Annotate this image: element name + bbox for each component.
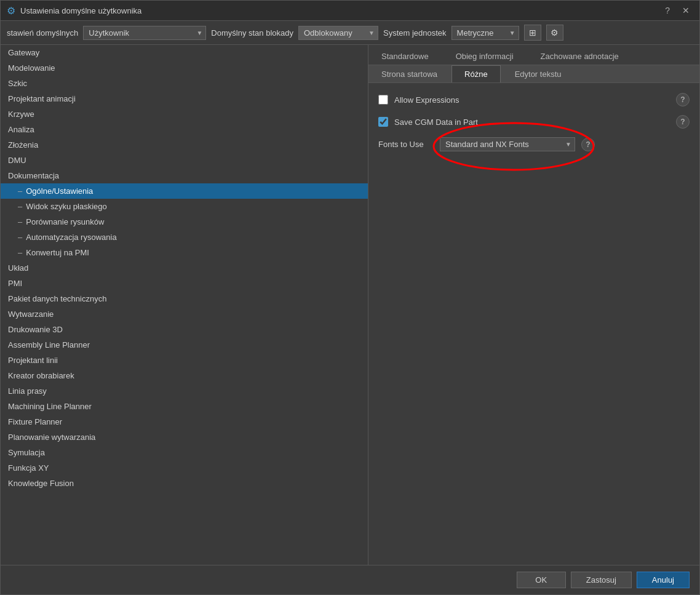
left-panel: GatewayModelowanieSzkicProjektant animac… <box>1 45 368 565</box>
tab-edytor[interactable]: Edytor tekstu <box>502 65 575 82</box>
cancel-button[interactable]: Anuluj <box>637 572 690 588</box>
tree-item[interactable]: Szkic <box>1 76 368 91</box>
tab-strona[interactable]: Strona startowa <box>368 65 450 82</box>
lock-label: Domyślny stan blokady <box>211 28 293 38</box>
tree-item[interactable]: Symulacja <box>1 445 368 460</box>
fonts-label: Fonts to Use <box>378 140 434 149</box>
toolbar-row: stawień domyślnych Użytkownik Systemowe … <box>1 21 699 45</box>
tab-zachowane[interactable]: Zachowane adnotacje <box>528 47 632 65</box>
help-title-btn[interactable]: ? <box>661 4 674 17</box>
tree-item[interactable]: Funkcja XY <box>1 460 368 476</box>
tree-item[interactable]: Machining Line Planner <box>1 399 368 414</box>
units-select[interactable]: Metryczne Calowe <box>451 26 519 40</box>
tree-item[interactable]: Automatyzacja rysowania <box>1 230 368 245</box>
gear-icon-btn[interactable]: ⚙ <box>546 25 563 41</box>
allow-expressions-help[interactable]: ? <box>676 93 690 106</box>
dialog-title: Ustawienia domyślne użytkownika <box>20 6 141 15</box>
tree-item[interactable]: Linia prasy <box>1 383 368 399</box>
tree-item[interactable]: PMI <box>1 276 368 291</box>
defaults-select-wrapper: Użytkownik Systemowe Fabryczne <box>83 26 206 40</box>
tree-item[interactable]: Gateway <box>1 45 368 60</box>
tree-item[interactable]: Pakiet danych technicznych <box>1 291 368 306</box>
lock-select-wrapper: Odblokowany Zablokowany <box>298 26 378 40</box>
tab-obieg[interactable]: Obieg informacji <box>443 47 527 65</box>
tree-item[interactable]: Knowledge Fusion <box>1 476 368 491</box>
tree-item[interactable]: Projektant linii <box>1 353 368 368</box>
main-content: GatewayModelowanieSzkicProjektant animac… <box>1 45 699 565</box>
right-panel: Standardowe Obieg informacji Zachowane a… <box>368 45 699 565</box>
tree-item[interactable]: Konwertuj na PMI <box>1 245 368 260</box>
tree-item[interactable]: Układ <box>1 260 368 276</box>
tree-item[interactable]: DMU <box>1 153 368 168</box>
tree-item[interactable]: Ogólne/Ustawienia <box>1 183 368 199</box>
title-bar-left: ⚙ Ustawienia domyślne użytkownika <box>7 5 141 17</box>
grid-icon-btn[interactable]: ⊞ <box>524 25 541 41</box>
allow-expressions-row: Allow Expressions ? <box>378 93 690 106</box>
tab-standardowe[interactable]: Standardowe <box>368 47 442 65</box>
tree-item[interactable]: Planowanie wytwarzania <box>1 429 368 445</box>
tree-item[interactable]: Porównanie rysunków <box>1 214 368 230</box>
save-cgm-row: Save CGM Data in Part ? <box>378 115 690 129</box>
tree-item[interactable]: Projektant animacji <box>1 91 368 106</box>
save-cgm-label: Save CGM Data in Part <box>394 118 670 127</box>
defaults-select[interactable]: Użytkownik Systemowe Fabryczne <box>83 26 206 40</box>
fonts-help[interactable]: ? <box>581 138 595 151</box>
fonts-row: Fonts to Use Standard and NX Fonts Stand… <box>378 137 690 151</box>
tree-item[interactable]: Złożenia <box>1 137 368 153</box>
units-select-wrapper: Metryczne Calowe <box>451 26 519 40</box>
tab-bar-1: Standardowe Obieg informacji Zachowane a… <box>368 45 699 65</box>
save-cgm-help[interactable]: ? <box>676 115 690 129</box>
tree-item[interactable]: Assembly Line Planner <box>1 337 368 353</box>
apply-button[interactable]: Zastosuj <box>571 572 632 588</box>
tab-rozne[interactable]: Różne <box>451 65 501 82</box>
fonts-select[interactable]: Standard and NX Fonts Standard Fonts Onl… <box>440 137 575 151</box>
units-label: System jednostek <box>383 28 447 38</box>
ok-button[interactable]: OK <box>517 572 566 588</box>
lock-select[interactable]: Odblokowany Zablokowany <box>298 26 378 40</box>
tree-item[interactable]: Widok szyku płaskiego <box>1 199 368 214</box>
tree-item[interactable]: Wytwarzanie <box>1 306 368 322</box>
tree-container[interactable]: GatewayModelowanieSzkicProjektant animac… <box>1 45 368 565</box>
tree-item[interactable]: Fixture Planner <box>1 414 368 429</box>
title-bar: ⚙ Ustawienia domyślne użytkownika ? ✕ <box>1 1 699 21</box>
bottom-bar: OK Zastosuj Anuluj <box>1 565 699 594</box>
app-icon: ⚙ <box>7 5 15 17</box>
allow-expressions-checkbox[interactable] <box>378 95 388 105</box>
defaults-label: stawień domyślnych <box>7 28 78 38</box>
save-cgm-checkbox[interactable] <box>378 117 388 127</box>
tree-item[interactable]: Modelowanie <box>1 60 368 76</box>
tree-item[interactable]: Analiza <box>1 122 368 137</box>
dialog-window: ⚙ Ustawienia domyślne użytkownika ? ✕ st… <box>0 0 700 595</box>
tree-item[interactable]: Kreator obrabiarek <box>1 368 368 383</box>
tree-item[interactable]: Krzywe <box>1 106 368 122</box>
allow-expressions-label: Allow Expressions <box>394 95 670 105</box>
right-content: Allow Expressions ? Save CGM Data in Par… <box>368 83 699 565</box>
title-bar-buttons: ? ✕ <box>661 4 693 17</box>
fonts-select-wrapper: Standard and NX Fonts Standard Fonts Onl… <box>440 137 575 151</box>
close-title-btn[interactable]: ✕ <box>678 4 693 17</box>
tree-item[interactable]: Drukowanie 3D <box>1 322 368 337</box>
tab-bar-2: Strona startowa Różne Edytor tekstu <box>368 65 699 83</box>
tree-item[interactable]: Dokumentacja <box>1 168 368 183</box>
